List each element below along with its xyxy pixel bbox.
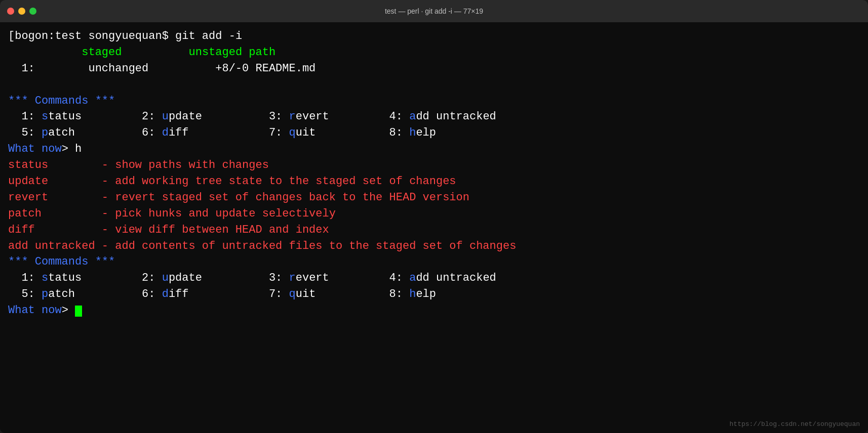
commands-header-1: *** Commands ***	[8, 93, 860, 109]
what-now-prompt-1: What now> h	[8, 141, 860, 157]
traffic-lights	[7, 8, 36, 15]
terminal-cursor	[75, 306, 82, 317]
cmd-row-3: 1: status 2: update 3: revert 4: add unt…	[8, 270, 860, 286]
prompt-line: [bogon:test songyuequan$ git add -i	[8, 28, 860, 45]
cmd-row-4: 5: patch 6: diff 7: quit 8: help	[8, 286, 860, 302]
header-line: staged unstaged path	[8, 45, 860, 61]
cmd-row-1: 1: status 2: update 3: revert 4: add unt…	[8, 109, 860, 125]
file-entry-line: 1: unchanged +8/-0 README.md	[8, 61, 860, 77]
help-status: status - show paths with changes	[8, 157, 860, 174]
terminal-body[interactable]: [bogon:test songyuequan$ git add -i stag…	[0, 22, 868, 433]
titlebar: test — perl · git add -i — 77×19	[0, 0, 868, 22]
prompt-text: [bogon:test songyuequan$	[8, 30, 175, 42]
watermark: https://blog.csdn.net/songyuequan	[730, 420, 860, 428]
cmd-row-2: 5: patch 6: diff 7: quit 8: help	[8, 125, 860, 141]
help-update: update - add working tree state to the s…	[8, 174, 860, 190]
close-button[interactable]	[7, 8, 14, 15]
help-diff: diff - view diff between HEAD and index	[8, 222, 860, 238]
commands-header-2: *** Commands ***	[8, 254, 860, 270]
help-patch: patch - pick hunks and update selectivel…	[8, 206, 860, 222]
window-title: test — perl · git add -i — 77×19	[385, 7, 483, 15]
command-text: git add -i	[175, 30, 242, 42]
help-add-untracked: add untracked - add contents of untracke…	[8, 238, 860, 254]
empty-line-1	[8, 77, 860, 93]
maximize-button[interactable]	[29, 8, 36, 15]
terminal-window: test — perl · git add -i — 77×19 [bogon:…	[0, 0, 868, 433]
what-now-prompt-2[interactable]: What now>	[8, 302, 860, 319]
help-revert: revert - revert staged set of changes ba…	[8, 190, 860, 206]
minimize-button[interactable]	[18, 8, 25, 15]
